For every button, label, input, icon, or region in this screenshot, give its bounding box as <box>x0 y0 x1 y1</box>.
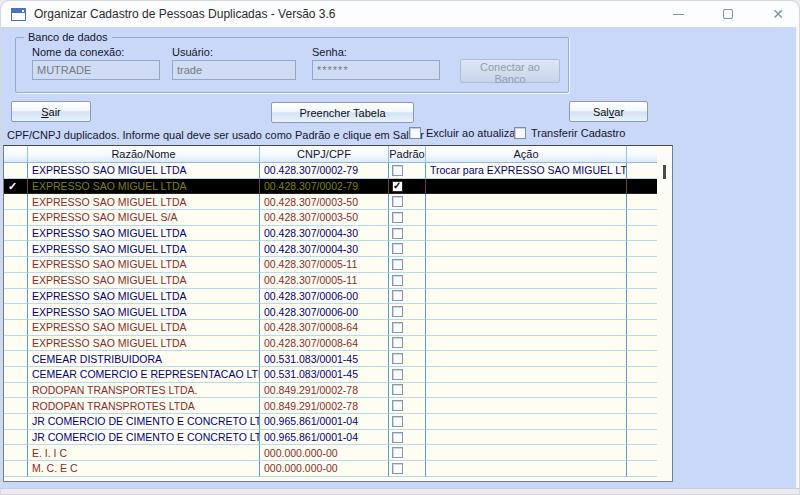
razao-nome-cell: EXPRESSO SAO MIGUEL S/A <box>28 210 260 226</box>
acao-cell <box>426 210 627 226</box>
extra-cell <box>627 194 657 210</box>
cnpj-cpf-cell: 00.849.291/0002-78 <box>260 398 389 414</box>
razao-nome-cell: EXPRESSO SAO MIGUEL LTDA <box>28 179 260 195</box>
table-row[interactable]: ✓ JR COMERCIO DE CIMENTO E CONCRETO LTDA… <box>4 414 657 430</box>
table-row[interactable]: ✓ EXPRESSO SAO MIGUEL LTDA 00.428.307/00… <box>4 257 657 273</box>
padrao-cell: ✓ <box>389 430 426 446</box>
padrao-checkbox[interactable]: ✓ <box>392 369 403 380</box>
padrao-checkbox[interactable]: ✓ <box>392 243 403 254</box>
padrao-cell: ✓ <box>389 257 426 273</box>
header-acao[interactable]: Ação <box>426 146 627 163</box>
app-window-icon[interactable] <box>11 8 26 21</box>
razao-nome-cell: E. I. I C <box>28 445 260 461</box>
padrao-checkbox[interactable]: ✓ <box>392 384 403 395</box>
table-row[interactable]: ✓ JR COMERCIO DE CIMENTO E CONCRETO LTDA… <box>4 430 657 446</box>
table-row[interactable]: ✓ E. I. I C 000.000.000-00 ✓ <box>4 445 657 461</box>
grid-scrollbar-thumb[interactable] <box>663 165 666 179</box>
padrao-cell: ✓ <box>389 289 426 305</box>
table-row[interactable]: ✓ EXPRESSO SAO MIGUEL LTDA 00.428.307/00… <box>4 226 657 242</box>
row-indicator-cell: ✓ <box>4 210 28 226</box>
instruction-label: CPF/CNPJ duplicados. Informe qual deve s… <box>7 129 424 141</box>
cnpj-cpf-cell: 00.428.307/0004-30 <box>260 241 389 257</box>
maximize-button[interactable] <box>715 3 741 25</box>
table-row[interactable]: ✓ EXPRESSO SAO MIGUEL LTDA 00.428.307/00… <box>4 179 657 195</box>
cnpj-cpf-cell: 00.849.291/0002-78 <box>260 383 389 399</box>
table-row[interactable]: ✓ EXPRESSO SAO MIGUEL LTDA 00.428.307/00… <box>4 304 657 320</box>
excluir-ao-atualizar-option[interactable]: Excluir ao atualizar <box>409 127 519 139</box>
table-row[interactable]: ✓ M. C. E C 000.000.000-00 ✓ <box>4 461 657 477</box>
user-input[interactable] <box>172 60 296 80</box>
table-row[interactable]: ✓ EXPRESSO SAO MIGUEL LTDA 00.428.307/00… <box>4 163 657 179</box>
table-row[interactable]: ✓ RODOPAN TRANSPROTES LTDA 00.849.291/00… <box>4 398 657 414</box>
table-row[interactable]: ✓ EXPRESSO SAO MIGUEL S/A 00.428.307/000… <box>4 210 657 226</box>
extra-cell <box>627 273 657 289</box>
padrao-checkbox[interactable]: ✓ <box>392 275 403 286</box>
cnpj-cpf-cell: 00.428.307/0006-00 <box>260 289 389 305</box>
padrao-checkbox[interactable]: ✓ <box>392 290 403 301</box>
exit-button[interactable]: Sair <box>11 101 91 122</box>
acao-cell <box>426 241 627 257</box>
acao-cell <box>426 194 627 210</box>
password-input[interactable] <box>312 60 440 80</box>
padrao-checkbox[interactable]: ✓ <box>392 416 403 427</box>
razao-nome-cell: EXPRESSO SAO MIGUEL LTDA <box>28 163 260 179</box>
cnpj-cpf-cell: 00.531.083/0001-45 <box>260 367 389 383</box>
cnpj-cpf-cell: 00.428.307/0008-64 <box>260 320 389 336</box>
excluir-checkbox[interactable] <box>409 127 421 139</box>
padrao-cell: ✓ <box>389 445 426 461</box>
padrao-checkbox[interactable]: ✓ <box>392 463 403 474</box>
padrao-checkbox[interactable]: ✓ <box>392 447 403 458</box>
padrao-checkbox[interactable]: ✓ <box>392 306 403 317</box>
connection-name-input[interactable] <box>32 60 160 80</box>
header-extra <box>627 146 657 163</box>
save-button[interactable]: Salvar <box>569 101 648 122</box>
database-groupbox: Banco de dados Nome da conexão: Usuário:… <box>15 37 569 93</box>
connect-database-button[interactable]: Conectar ao Banco <box>460 59 560 83</box>
padrao-cell: ✓ <box>389 336 426 352</box>
padrao-checkbox[interactable]: ✓ <box>392 353 403 364</box>
window-bottom-edge <box>1 488 799 494</box>
header-razao-nome[interactable]: Razão/Nome <box>28 146 260 163</box>
table-row[interactable]: ✓ CEMEAR COMERCIO E REPRESENTACAO LTDA 0… <box>4 367 657 383</box>
razao-nome-cell: CEMEAR COMERCIO E REPRESENTACAO LTDA <box>28 367 260 383</box>
acao-cell <box>426 304 627 320</box>
padrao-checkbox[interactable]: ✓ <box>392 196 403 207</box>
table-row[interactable]: ✓ EXPRESSO SAO MIGUEL LTDA 00.428.307/00… <box>4 194 657 210</box>
table-row[interactable]: ✓ EXPRESSO SAO MIGUEL LTDA 00.428.307/00… <box>4 289 657 305</box>
grid-vertical-scrollbar[interactable] <box>658 146 672 481</box>
acao-cell <box>426 398 627 414</box>
transferir-checkbox-label: Transferir Cadastro <box>531 127 625 139</box>
padrao-checkbox[interactable]: ✓ <box>392 212 403 223</box>
razao-nome-cell: M. C. E C <box>28 461 260 477</box>
padrao-checkbox[interactable]: ✓ <box>392 322 403 333</box>
transferir-checkbox[interactable] <box>514 127 526 139</box>
header-cnpj-cpf[interactable]: CNPJ/CPF <box>260 146 389 163</box>
transferir-cadastro-option[interactable]: Transferir Cadastro <box>514 127 625 139</box>
table-row[interactable]: ✓ EXPRESSO SAO MIGUEL LTDA 00.428.307/00… <box>4 336 657 352</box>
table-row[interactable]: ✓ EXPRESSO SAO MIGUEL LTDA 00.428.307/00… <box>4 273 657 289</box>
padrao-checkbox[interactable]: ✓ <box>392 400 403 411</box>
padrao-checkbox[interactable]: ✓ <box>392 165 403 176</box>
acao-cell <box>426 273 627 289</box>
fill-table-button[interactable]: Preencher Tabela <box>271 102 414 123</box>
padrao-checkbox[interactable]: ✓ <box>392 432 403 443</box>
minimize-button[interactable] <box>665 3 691 25</box>
extra-cell <box>627 351 657 367</box>
table-row[interactable]: ✓ EXPRESSO SAO MIGUEL LTDA 00.428.307/00… <box>4 241 657 257</box>
extra-cell <box>627 398 657 414</box>
table-row[interactable]: ✓ EXPRESSO SAO MIGUEL LTDA 00.428.307/00… <box>4 320 657 336</box>
database-groupbox-title: Banco de dados <box>24 31 112 43</box>
padrao-checkbox[interactable]: ✓ <box>392 228 403 239</box>
padrao-checkbox[interactable]: ✓ <box>392 337 403 348</box>
extra-cell <box>627 430 657 446</box>
padrao-cell: ✓ <box>389 398 426 414</box>
table-row[interactable]: ✓ RODOPAN TRANSPORTES LTDA. 00.849.291/0… <box>4 383 657 399</box>
header-padrao[interactable]: Padrão <box>389 146 426 163</box>
close-button[interactable]: ✕ <box>765 3 791 25</box>
padrao-checkbox[interactable]: ✓ <box>392 259 403 270</box>
padrao-checkbox[interactable]: ✓ <box>392 181 403 192</box>
table-row[interactable]: ✓ CEMEAR DISTRIBUIDORA 00.531.083/0001-4… <box>4 351 657 367</box>
padrao-cell: ✓ <box>389 163 426 179</box>
extra-cell <box>627 336 657 352</box>
padrao-check-icon: ✓ <box>393 180 401 192</box>
